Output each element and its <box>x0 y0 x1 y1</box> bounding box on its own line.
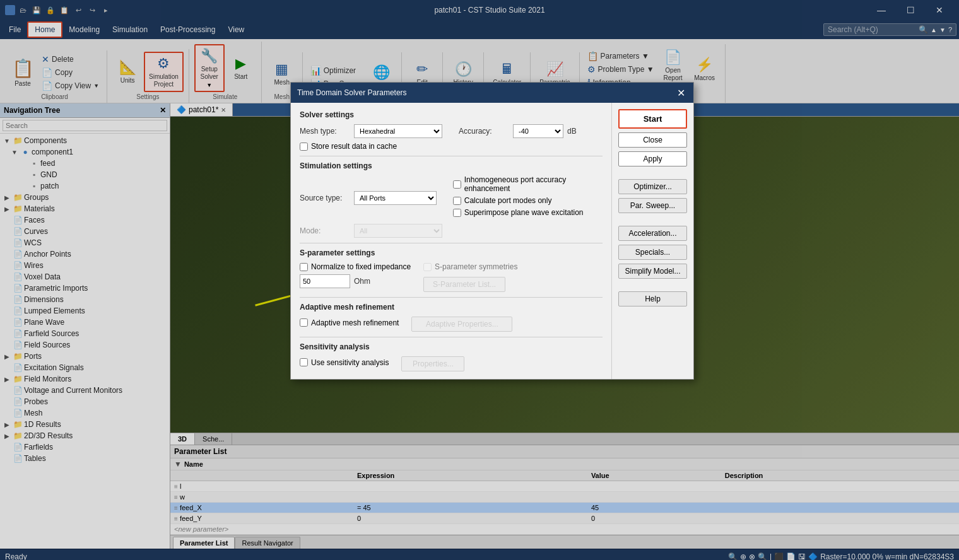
minimize-button[interactable]: — <box>867 0 896 20</box>
normalize-checkbox[interactable] <box>300 263 308 271</box>
tree-item-excitation-signals[interactable]: 📄 Excitation Signals <box>0 362 170 373</box>
table-row[interactable]: ≡ w <box>170 492 959 503</box>
view-tab-schematic[interactable]: Sche... <box>195 433 232 445</box>
qat-lock[interactable]: 🔒 <box>44 4 57 16</box>
qat-redo[interactable]: ↪ <box>86 4 98 16</box>
tree-item-field-monitors[interactable]: ▶ 📁 Field Monitors <box>0 373 170 385</box>
mesh-type-select[interactable]: Hexahedral Tetrahedral <box>354 124 442 138</box>
ribbon-units-button[interactable]: 📐 Units <box>112 57 143 87</box>
par-sweep-button[interactable]: Par. Sweep... <box>618 198 687 213</box>
qat-save[interactable]: 💾 <box>30 4 43 16</box>
ribbon-optimizer-small-button[interactable]: 📊 Optimizer <box>308 64 365 77</box>
ribbon-start-button[interactable]: ▶ Start <box>226 53 256 83</box>
bottom-tab-parameter-list[interactable]: Parameter List <box>173 537 235 549</box>
nav-tree-search-input[interactable] <box>3 120 167 131</box>
ribbon-parameters-button[interactable]: 📋 Parameters ▼ <box>585 50 657 62</box>
table-row[interactable]: ≡ l <box>170 481 959 492</box>
tree-item-mesh[interactable]: 📄 Mesh <box>0 407 170 419</box>
qat-paste[interactable]: 📋 <box>58 4 71 16</box>
viewport-tab[interactable]: 🔷 patch01* ✕ <box>170 103 233 116</box>
ribbon-delete-button[interactable]: ✕ Delete <box>39 53 102 66</box>
tree-item-plane-wave[interactable]: 📄 Plane Wave <box>0 317 170 328</box>
maximize-button[interactable]: ☐ <box>896 0 925 20</box>
table-row[interactable]: ≡ feed_X = 45 45 <box>170 503 959 513</box>
table-row[interactable]: <new parameter> <box>170 524 959 535</box>
inhomogeneous-checkbox[interactable] <box>453 180 461 189</box>
qat-undo[interactable]: ↩ <box>72 4 85 16</box>
tree-item-curves[interactable]: 📄 Curves <box>0 226 170 237</box>
acceleration-button[interactable]: Acceleration... <box>618 226 687 241</box>
menu-view[interactable]: View <box>221 23 250 37</box>
store-cache-checkbox[interactable] <box>300 143 308 151</box>
tree-item-groups[interactable]: ▶ 📁 Groups <box>0 192 170 203</box>
calc-port-modes-checkbox[interactable] <box>453 197 461 205</box>
ribbon-copy-view-button[interactable]: 📄 Copy View ▼ <box>39 79 102 92</box>
nav-tree-close[interactable]: ✕ <box>160 106 166 115</box>
tree-item-probes[interactable]: 📄 Probes <box>0 396 170 407</box>
nav-tree-search-box[interactable] <box>0 118 170 134</box>
tree-label-components: Components <box>24 136 167 145</box>
param-desc-w <box>721 492 959 503</box>
optimizer-button[interactable]: Optimizer... <box>618 179 687 194</box>
search-box[interactable]: 🔍 ▲ ▼ ? <box>823 23 956 36</box>
tree-item-dimensions[interactable]: 📄 Dimensions <box>0 294 170 305</box>
tab-close-btn[interactable]: ✕ <box>221 107 226 114</box>
menu-simulation[interactable]: Simulation <box>106 23 154 37</box>
superimpose-checkbox[interactable] <box>453 209 461 217</box>
ribbon-paste-button[interactable]: 📋 Paste <box>8 55 38 90</box>
tree-item-gnd[interactable]: ▪ GND <box>0 169 170 180</box>
ribbon-setup-solver-button[interactable]: 🔧 SetupSolver ▼ <box>194 44 225 92</box>
close-button[interactable]: Close <box>618 132 687 148</box>
view-tab-3d[interactable]: 3D <box>170 433 195 445</box>
tree-item-ports[interactable]: ▶ 📁 Ports <box>0 351 170 362</box>
tree-item-feed[interactable]: ▪ feed <box>0 158 170 169</box>
search-help-icon[interactable]: ? <box>948 26 952 33</box>
tree-item-farfield-sources[interactable]: 📄 Farfield Sources <box>0 328 170 339</box>
tree-item-parametric-imports[interactable]: 📄 Parametric Imports <box>0 283 170 294</box>
sensitivity-checkbox[interactable] <box>300 358 308 366</box>
tree-item-component1[interactable]: ▼ ● component1 <box>0 146 170 158</box>
menu-file[interactable]: File <box>3 23 27 37</box>
tree-item-voltage-monitors[interactable]: 📄 Voltage and Current Monitors <box>0 385 170 396</box>
impedance-input[interactable] <box>300 274 350 288</box>
simplify-model-button[interactable]: Simplify Model... <box>618 264 687 279</box>
qat-open[interactable]: 🗁 <box>16 4 29 16</box>
time-domain-solver-dialog[interactable]: Time Domain Solver Parameters ✕ Solver s… <box>290 82 694 380</box>
tree-item-materials[interactable]: ▶ 📁 Materials <box>0 203 170 214</box>
qat-play[interactable]: ▸ <box>100 4 112 16</box>
tree-item-wires[interactable]: 📄 Wires <box>0 260 170 271</box>
tree-item-field-sources[interactable]: 📄 Field Sources <box>0 339 170 351</box>
tree-item-anchor-points[interactable]: 📄 Anchor Points <box>0 248 170 260</box>
ribbon-macros-button[interactable]: ⚡ Macros <box>690 54 720 85</box>
close-button[interactable]: ✕ <box>925 0 954 20</box>
source-type-select[interactable]: All Ports Selected Port <box>354 191 437 205</box>
menu-post-processing[interactable]: Post-Processing <box>154 23 221 37</box>
search-input[interactable] <box>828 25 916 34</box>
tree-item-2d3d-results[interactable]: ▶ 📁 2D/3D Results <box>0 430 170 441</box>
tree-item-tables[interactable]: 📄 Tables <box>0 453 170 464</box>
menu-home[interactable]: Home <box>27 21 62 38</box>
tree-item-faces[interactable]: 📄 Faces <box>0 214 170 226</box>
tree-item-lumped-elements[interactable]: 📄 Lumped Elements <box>0 305 170 317</box>
tree-item-farfields[interactable]: 📄 Farfields <box>0 441 170 453</box>
table-row[interactable]: ≡ feed_Y 0 0 <box>170 513 959 524</box>
bottom-tab-result-navigator[interactable]: Result Navigator <box>235 537 300 549</box>
specials-button[interactable]: Specials... <box>618 245 687 260</box>
tree-item-patch[interactable]: ▪ patch <box>0 180 170 192</box>
tree-item-components[interactable]: ▼ 📁 Components <box>0 135 170 146</box>
search-down-icon[interactable]: ▼ <box>939 26 946 33</box>
adaptive-checkbox[interactable] <box>300 318 308 327</box>
tree-item-voxel-data[interactable]: 📄 Voxel Data <box>0 271 170 283</box>
tree-item-1d-results[interactable]: ▶ 📁 1D Results <box>0 419 170 430</box>
help-button[interactable]: Help <box>618 291 687 306</box>
tree-item-wcs[interactable]: 📄 WCS <box>0 237 170 248</box>
search-up-icon[interactable]: ▲ <box>931 26 937 33</box>
ribbon-problem-type-button[interactable]: ⚙ Problem Type ▼ <box>585 63 657 76</box>
ribbon-copy-button[interactable]: 📄 Copy <box>39 66 102 79</box>
accuracy-select[interactable]: -40 -30 -50 <box>513 124 563 138</box>
ribbon-simulation-project-button[interactable]: ⚙ SimulationProject <box>144 52 184 92</box>
start-button[interactable]: Start <box>618 109 687 129</box>
menu-modeling[interactable]: Modeling <box>62 23 106 37</box>
modal-close-icon[interactable]: ✕ <box>674 86 687 99</box>
apply-button[interactable]: Apply <box>618 151 687 166</box>
